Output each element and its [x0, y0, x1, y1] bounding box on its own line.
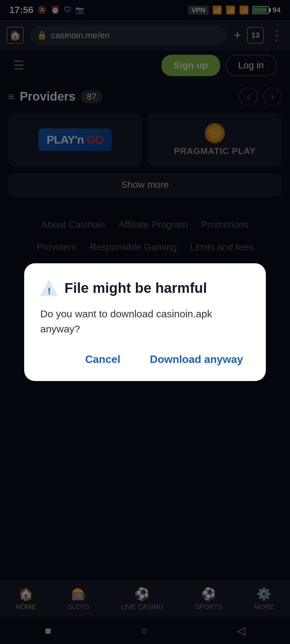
dialog-overlay: ! File might be harmful Do you want to d…: [0, 0, 290, 644]
warning-triangle-icon: !: [40, 279, 58, 297]
cancel-button[interactable]: Cancel: [79, 350, 127, 369]
svg-text:!: !: [48, 286, 51, 296]
dialog-body-text: Do you want to download casinoin.apk any…: [40, 306, 250, 336]
dialog-actions: Cancel Download anyway: [40, 350, 250, 369]
dialog-title-row: ! File might be harmful: [40, 279, 250, 297]
harmful-file-dialog: ! File might be harmful Do you want to d…: [24, 263, 266, 381]
dialog-title-text: File might be harmful: [64, 280, 207, 296]
download-anyway-button[interactable]: Download anyway: [143, 350, 250, 369]
